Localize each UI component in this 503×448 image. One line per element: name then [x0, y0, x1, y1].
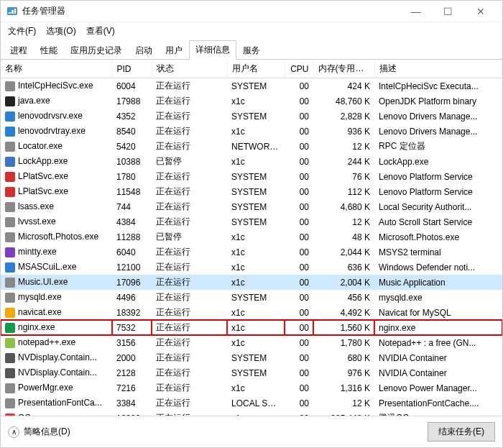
table-row[interactable]: java.exe17988正在运行x1c0048,760 KOpenJDK Pl…: [1, 93, 502, 109]
cell-user: SYSTEM: [227, 199, 285, 214]
cell-user: SYSTEM: [227, 184, 285, 199]
cell-mem: 76 K: [313, 169, 374, 184]
table-row[interactable]: notepad++.exe3156正在运行x1c001,780 KNotepad…: [1, 335, 502, 350]
chevron-up-icon: ∧: [8, 426, 19, 438]
table-row[interactable]: lenovodrvtray.exe8540正在运行x1c00936 KLenov…: [1, 124, 502, 139]
cell-mem: 1,316 K: [313, 380, 374, 396]
table-row[interactable]: QQ.exe12892正在运行x1c00285,448 K腾讯QQ: [1, 411, 502, 416]
cell-status: 正在运行: [152, 305, 227, 320]
table-row[interactable]: lsass.exe744正在运行SYSTEM004,680 KLocal Sec…: [1, 199, 502, 214]
table-row[interactable]: LPlatSvc.exe1780正在运行SYSTEM0076 KLenovo P…: [1, 169, 502, 184]
end-task-button[interactable]: 结束任务(E): [428, 422, 495, 442]
cell-name: lenovodrvtray.exe: [1, 124, 112, 139]
process-icon: [5, 202, 15, 212]
cell-cpu: 00: [285, 169, 313, 184]
table-row[interactable]: Locator.exe5420正在运行NETWORK...0012 KRPC 定…: [1, 139, 502, 154]
cell-cpu: 00: [285, 109, 313, 124]
cell-mem: 680 K: [313, 350, 374, 365]
cell-desc: Lenovo Platform Service: [374, 184, 502, 199]
cell-name: mintty.exe: [1, 244, 112, 260]
tab[interactable]: 应用历史记录: [64, 41, 129, 60]
table-row[interactable]: NVDisplay.Contain...2000正在运行SYSTEM00680 …: [1, 350, 502, 365]
cell-mem: 112 K: [313, 184, 374, 199]
cell-user: x1c: [227, 260, 285, 275]
close-button[interactable]: ✕: [464, 1, 497, 22]
svg-rect-2: [11, 10, 14, 14]
table-row[interactable]: navicat.exe18392正在运行x1c004,492 KNavicat …: [1, 305, 502, 320]
minimize-button[interactable]: —: [400, 1, 432, 22]
cell-mem: 636 K: [313, 260, 374, 275]
column-header[interactable]: 状态: [152, 60, 227, 78]
column-header[interactable]: 内存(专用工...: [313, 60, 374, 78]
cell-desc: Lenovo Drivers Manage...: [374, 109, 502, 124]
tab[interactable]: 服务: [236, 41, 267, 60]
app-icon: [6, 6, 18, 17]
process-table-body: IntelCpHeciSvc.exe6004正在运行SYSTEM00424 KI…: [1, 78, 502, 416]
process-icon: [5, 157, 15, 167]
cell-cpu: 00: [285, 93, 313, 109]
menu-item[interactable]: 查看(V): [82, 24, 119, 39]
cell-user: LOCAL SE...: [227, 396, 285, 411]
cell-name: mysqld.exe: [1, 290, 112, 305]
cell-mem: 12 K: [313, 214, 374, 229]
cell-user: x1c: [227, 305, 285, 320]
tab[interactable]: 详细信息: [189, 40, 236, 60]
fewer-details-toggle[interactable]: ∧ 简略信息(D): [8, 426, 70, 438]
table-row[interactable]: mintty.exe6040正在运行x1c002,044 KMSYS2 term…: [1, 244, 502, 260]
cell-name: java.exe: [1, 93, 112, 109]
process-icon: [5, 398, 15, 408]
cell-cpu: 00: [285, 275, 313, 290]
process-icon: [5, 232, 15, 242]
table-row[interactable]: mysqld.exe4496正在运行SYSTEM00456 Kmysqld.ex…: [1, 290, 502, 305]
cell-status: 正在运行: [152, 184, 227, 199]
table-row[interactable]: PowerMgr.exe7216正在运行x1c001,316 KLenovo P…: [1, 380, 502, 396]
process-icon: [5, 111, 15, 122]
table-row[interactable]: LPlatSvc.exe11548正在运行SYSTEM00112 KLenovo…: [1, 184, 502, 199]
menubar: 文件(F)选项(O)查看(V): [1, 22, 502, 40]
process-table-wrap[interactable]: 名称PID状态用户名CPU内存(专用工...描述 IntelCpHeciSvc.…: [1, 60, 502, 416]
cell-user: SYSTEM: [227, 214, 285, 229]
tab[interactable]: 用户: [159, 41, 189, 60]
process-icon: [5, 187, 15, 197]
column-header[interactable]: CPU: [285, 60, 313, 78]
svg-rect-1: [9, 12, 11, 14]
table-row[interactable]: NVDisplay.Contain...2128正在运行SYSTEM00976 …: [1, 365, 502, 380]
cell-name: lvvsst.exe: [1, 214, 112, 229]
menu-item[interactable]: 文件(F): [4, 24, 40, 39]
table-row[interactable]: PresentationFontCa...3384正在运行LOCAL SE...…: [1, 396, 502, 411]
column-header-row: 名称PID状态用户名CPU内存(专用工...描述: [1, 60, 502, 78]
cell-pid: 7216: [112, 380, 152, 396]
svg-rect-3: [14, 9, 16, 14]
table-row[interactable]: IntelCpHeciSvc.exe6004正在运行SYSTEM00424 KI…: [1, 78, 502, 94]
cell-desc: Lenovo Drivers Manage...: [374, 124, 502, 139]
cell-cpu: 00: [285, 305, 313, 320]
table-row[interactable]: lenovodrvsrv.exe4352正在运行SYSTEM002,828 KL…: [1, 109, 502, 124]
cell-name: lsass.exe: [1, 199, 112, 214]
cell-cpu: 00: [285, 320, 313, 335]
table-row[interactable]: Microsoft.Photos.exe11288已暂停x1c0048 KMic…: [1, 229, 502, 244]
process-icon: [5, 81, 15, 91]
column-header[interactable]: 名称: [1, 60, 112, 78]
tab[interactable]: 性能: [34, 41, 64, 60]
cell-cpu: 00: [285, 154, 313, 169]
table-row[interactable]: LockApp.exe10388已暂停x1c00244 KLockApp.exe: [1, 154, 502, 169]
column-header[interactable]: PID: [112, 60, 152, 78]
process-icon: [5, 96, 15, 106]
process-icon: [5, 127, 15, 137]
tab[interactable]: 启动: [129, 41, 159, 60]
cell-pid: 10388: [112, 154, 152, 169]
cell-status: 正在运行: [152, 169, 227, 184]
cell-desc: RPC 定位器: [374, 139, 502, 154]
cell-mem: 244 K: [313, 154, 374, 169]
table-row[interactable]: Music.UI.exe17096正在运行x1c002,004 KMusic A…: [1, 275, 502, 290]
table-row[interactable]: nginx.exe7532正在运行x1c001,560 Knginx.exe: [1, 320, 502, 335]
cell-cpu: 00: [285, 365, 313, 380]
tab[interactable]: 进程: [4, 41, 34, 60]
table-row[interactable]: lvvsst.exe4384正在运行SYSTEM0012 KAuto Scrol…: [1, 214, 502, 229]
table-row[interactable]: MSASCuiL.exe12100正在运行x1c00636 KWindows D…: [1, 260, 502, 275]
maximize-button[interactable]: ☐: [432, 1, 464, 22]
menu-item[interactable]: 选项(O): [42, 24, 80, 39]
column-header[interactable]: 描述: [374, 60, 502, 78]
column-header[interactable]: 用户名: [227, 60, 285, 78]
cell-status: 已暂停: [152, 229, 227, 244]
